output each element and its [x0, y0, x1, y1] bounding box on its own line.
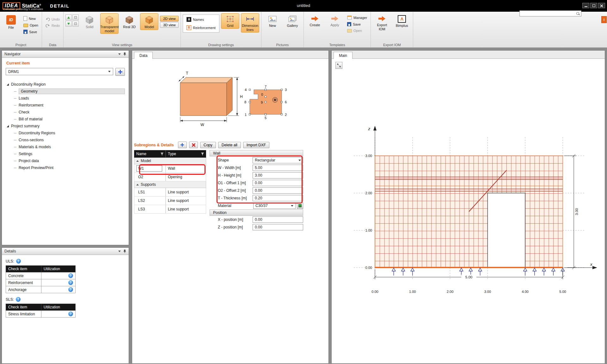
offset1-input[interactable]: 0.00: [253, 180, 303, 186]
thickness-input[interactable]: 0.20: [253, 195, 303, 201]
delete-subregion-button[interactable]: [189, 142, 198, 148]
details-panel: Details ULS:? Check item Utilization Con…: [2, 247, 129, 364]
help-icon[interactable]: ?: [68, 312, 73, 316]
square-icon: [74, 16, 77, 19]
pin-icon[interactable]: [123, 249, 126, 253]
info-button[interactable]: i: [601, 16, 607, 23]
anchor-4: 4: [245, 88, 247, 92]
material-select[interactable]: C30/37: [253, 203, 296, 209]
view-tool-button-2[interactable]: [72, 15, 79, 20]
tree-item-project-data[interactable]: Project data: [6, 157, 125, 164]
names-toggle[interactable]: ANames: [185, 16, 217, 23]
template-manager-button[interactable]: Manager: [346, 15, 369, 21]
filter-icon[interactable]: [201, 153, 204, 155]
tree-item-settings[interactable]: Settings: [6, 150, 125, 157]
tree-item-reinforcement[interactable]: Reinforcement: [6, 102, 125, 109]
real-3d-button[interactable]: Real 3D: [120, 13, 138, 30]
close-button[interactable]: [598, 3, 605, 8]
height-input[interactable]: 3.00: [253, 172, 303, 179]
tree-item-materials-models[interactable]: Materials & models: [6, 143, 125, 150]
apply-template-button[interactable]: Apply: [326, 13, 344, 28]
create-template-button[interactable]: Create: [306, 13, 324, 28]
table-row-o2[interactable]: O2 Opening: [134, 173, 206, 181]
shape-select[interactable]: Rectangular: [253, 157, 303, 163]
tree-item-bill-of-material[interactable]: Bill of material: [6, 116, 125, 123]
file-button[interactable]: ID File: [2, 13, 20, 31]
export-iom-button[interactable]: Export IOM: [373, 13, 391, 32]
transparent-model-button[interactable]: Transparent model: [100, 13, 119, 34]
current-item-select[interactable]: DRM1: [6, 68, 113, 75]
plus-icon: [181, 143, 184, 147]
minimize-button[interactable]: [582, 3, 589, 8]
tree-item-loads[interactable]: Loads: [6, 95, 125, 102]
add-region-button[interactable]: [115, 68, 125, 76]
tree-item-check[interactable]: Check: [6, 109, 125, 116]
table-row-ls2[interactable]: LS2 Line support: [134, 197, 206, 205]
search-input[interactable]: [520, 12, 576, 15]
view-tool-button-4[interactable]: [72, 21, 79, 27]
new-picture-button[interactable]: New: [263, 13, 282, 29]
table-row-w1[interactable]: W1 Wall: [134, 164, 206, 173]
model-view-button[interactable]: Model: [140, 13, 158, 30]
help-icon[interactable]: ?: [16, 259, 21, 264]
line-supports[interactable]: [392, 268, 565, 276]
help-icon[interactable]: ?: [68, 280, 73, 285]
grid-button[interactable]: Grid: [221, 13, 239, 29]
delete-all-button[interactable]: Delete all: [218, 142, 241, 148]
tab-main[interactable]: Main: [334, 52, 353, 59]
table-row-ls3[interactable]: LS3 Line support: [134, 205, 206, 214]
offset2-input[interactable]: 0.00: [253, 187, 303, 194]
tree-group-project-summary[interactable]: Project summary: [6, 123, 125, 130]
tab-data[interactable]: Data: [134, 52, 153, 59]
2d-view-button[interactable]: 2D view: [160, 16, 179, 21]
help-icon[interactable]: ?: [16, 297, 21, 302]
help-icon[interactable]: ?: [68, 273, 73, 278]
tree-item-discontinuity-regions[interactable]: Discontinuity Regions: [6, 130, 125, 136]
dimension-lines-button[interactable]: Dimension lines: [241, 13, 259, 33]
gallery-button[interactable]: Gallery: [283, 13, 302, 29]
pin-icon[interactable]: [123, 52, 126, 56]
column-header-name[interactable]: Name: [134, 150, 166, 158]
zpos-input[interactable]: 0.00: [253, 224, 303, 230]
save-project-button[interactable]: Save: [22, 29, 40, 35]
type-cell: Line support: [166, 188, 206, 197]
create-arrow-icon: [311, 15, 319, 22]
solid-view-button[interactable]: Solid: [80, 13, 99, 30]
undo-button[interactable]: Undo: [44, 16, 61, 22]
tree-item-geometry[interactable]: Geometry: [6, 88, 125, 95]
tree-item-cross-sections[interactable]: Cross-sections: [6, 136, 125, 143]
tree-group-discontinuity-region[interactable]: Discontinuity Region: [6, 81, 125, 88]
redo-button[interactable]: Redo: [44, 23, 61, 28]
column-header-type[interactable]: Type: [166, 150, 206, 158]
name-cell-w1[interactable]: W1: [136, 165, 162, 172]
edit-material-button[interactable]: [297, 203, 303, 209]
collapse-icon[interactable]: [118, 53, 121, 55]
view-tool-button-3[interactable]: [65, 21, 72, 27]
uls-table: Check item Utilization Concrete? Reinfor…: [6, 265, 76, 293]
view-tool-button-1[interactable]: [65, 15, 72, 20]
open-project-button[interactable]: Open: [22, 22, 40, 28]
group-row-model[interactable]: Model: [134, 158, 206, 164]
group-row-supports[interactable]: Supports: [134, 181, 206, 188]
maximize-button[interactable]: [590, 3, 597, 8]
bimplus-button[interactable]: Λ Bimplus: [393, 13, 411, 29]
add-subregion-button[interactable]: [178, 142, 187, 148]
fit-view-button[interactable]: [335, 62, 342, 69]
opening-region[interactable]: [487, 193, 525, 268]
chevron-down-icon: [291, 205, 293, 207]
template-open-button[interactable]: Open: [346, 28, 369, 33]
reinforcement-toggle[interactable]: RReinforcement: [185, 24, 217, 31]
template-save-button[interactable]: Save: [346, 21, 369, 27]
properties-group-wall: Wall: [210, 150, 303, 156]
help-icon[interactable]: ?: [68, 287, 73, 292]
filter-icon[interactable]: [161, 153, 163, 155]
collapse-icon[interactable]: [118, 251, 121, 252]
width-input[interactable]: 5.00: [253, 165, 303, 171]
import-dxf-button[interactable]: Import DXF: [243, 142, 269, 148]
tree-item-report-preview-print[interactable]: Report Preview/Print: [6, 164, 125, 171]
table-row-ls1[interactable]: LS1 Line support: [134, 188, 206, 197]
copy-button[interactable]: Copy: [200, 142, 216, 148]
3d-view-button[interactable]: 3D view: [160, 22, 179, 28]
new-project-button[interactable]: New: [22, 15, 40, 22]
xpos-input[interactable]: 0.00: [253, 216, 303, 223]
